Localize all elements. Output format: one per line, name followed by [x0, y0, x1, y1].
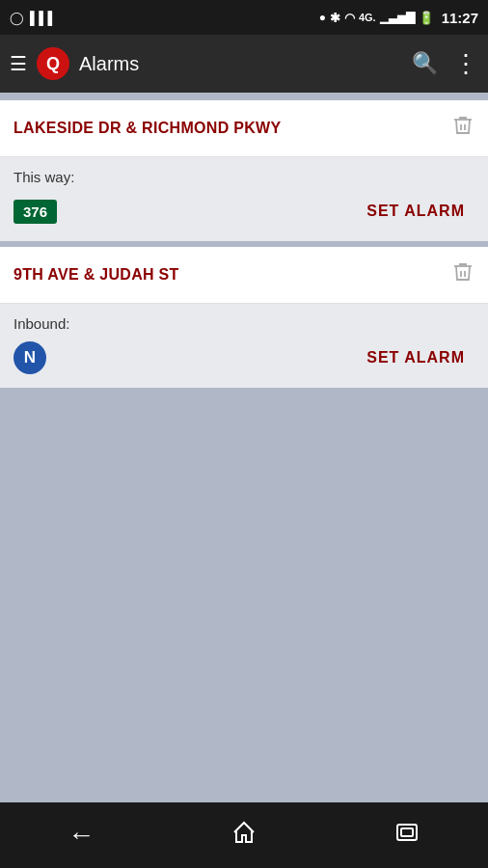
battery-icon: 🔋 [419, 11, 434, 25]
app-bar-actions: 🔍 ⋮ [412, 51, 478, 76]
time-display: 11:27 [442, 10, 478, 26]
logo-letter: Q [46, 54, 60, 74]
delete-alarm-2-button[interactable] [451, 260, 474, 289]
alarm-2-location: 9TH AVE & JUDAH ST [14, 266, 179, 284]
delete-alarm-1-button[interactable] [451, 114, 474, 143]
alarms-list: LAKESIDE DR & RICHMOND PKWY This way: 37… [0, 93, 488, 401]
alarm-card-1-header: LAKESIDE DR & RICHMOND PKWY [0, 100, 488, 157]
set-alarm-2-button[interactable]: SET ALARM [357, 341, 474, 374]
circle-icon: ◯ [10, 11, 24, 25]
home-button[interactable] [230, 819, 258, 853]
network-label: 4G. [359, 12, 376, 23]
alarm-card-2-body: Inbound: N SET ALARM [0, 304, 488, 388]
signal-icon: ▁▃▅▇ [380, 11, 415, 24]
app-bar: ☰ Q Alarms 🔍 ⋮ [0, 35, 488, 93]
search-icon[interactable]: 🔍 [412, 51, 438, 76]
alarm-2-row: N SET ALARM [14, 341, 474, 374]
bars-icon: ▌▌▌ [30, 11, 57, 25]
location-icon: ● [319, 11, 326, 24]
svg-rect-1 [401, 828, 413, 836]
recents-button[interactable] [393, 819, 420, 853]
app-logo: Q [37, 47, 69, 80]
set-alarm-1-button[interactable]: SET ALARM [357, 195, 474, 228]
status-bar-left: ◯ ▌▌▌ [10, 11, 57, 25]
bottom-nav: ← [0, 802, 488, 868]
alarm-1-route-badge: 376 [14, 200, 57, 224]
status-bar-right: ● ✱ ◠ 4G. ▁▃▅▇ 🔋 11:27 [319, 10, 478, 26]
wifi-icon: ◠ [344, 11, 355, 25]
bluetooth-icon: ✱ [330, 11, 340, 25]
alarm-2-direction: Inbound: [14, 315, 474, 332]
app-title: Alarms [79, 53, 402, 75]
alarm-card-2-header: 9TH AVE & JUDAH ST [0, 247, 488, 304]
alarm-card-1: LAKESIDE DR & RICHMOND PKWY This way: 37… [0, 100, 488, 241]
alarm-1-direction: This way: [14, 169, 474, 185]
alarm-1-location: LAKESIDE DR & RICHMOND PKWY [14, 120, 281, 137]
hamburger-icon[interactable]: ☰ [10, 52, 27, 75]
alarm-2-route-badge: N [14, 341, 46, 374]
back-button[interactable]: ← [68, 820, 95, 851]
alarm-1-row: 376 SET ALARM [14, 195, 474, 228]
more-options-icon[interactable]: ⋮ [453, 51, 478, 76]
alarm-card-1-body: This way: 376 SET ALARM [0, 157, 488, 241]
status-bar: ◯ ▌▌▌ ● ✱ ◠ 4G. ▁▃▅▇ 🔋 11:27 [0, 0, 488, 35]
alarm-card-2: 9TH AVE & JUDAH ST Inbound: N SET ALARM [0, 247, 488, 388]
